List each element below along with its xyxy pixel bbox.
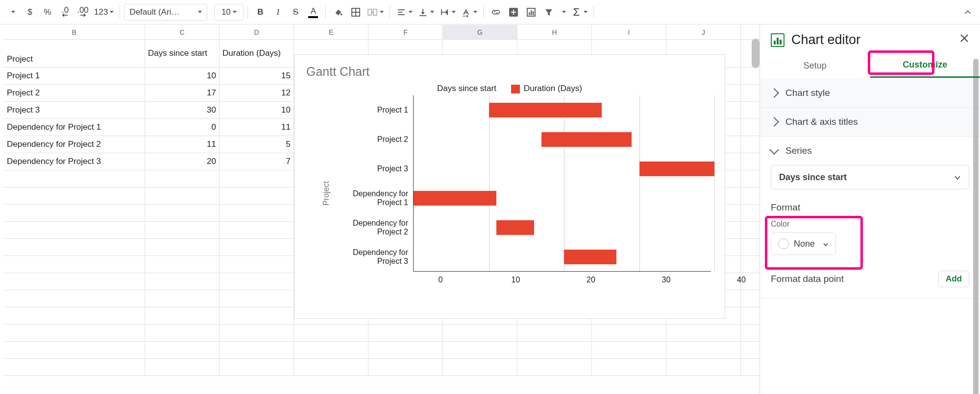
cell[interactable] [368, 342, 443, 358]
cell[interactable]: 5 [220, 136, 294, 153]
vertical-align-button[interactable] [416, 3, 436, 21]
italic-button[interactable]: I [270, 3, 286, 21]
cell[interactable] [443, 324, 517, 341]
percent-button[interactable]: % [39, 3, 56, 21]
cell[interactable] [4, 342, 145, 358]
cell[interactable] [220, 205, 294, 221]
cell[interactable] [368, 324, 443, 341]
horizontal-align-button[interactable] [394, 3, 415, 21]
cell[interactable] [145, 205, 220, 221]
cell[interactable] [294, 342, 368, 358]
cell[interactable] [517, 359, 592, 375]
cell[interactable]: Dependency for Project 2 [4, 136, 145, 153]
font-family-select[interactable]: Default (Ari… [124, 4, 207, 21]
merge-cells-button[interactable] [365, 3, 386, 21]
text-rotation-button[interactable] [459, 3, 479, 21]
chart-bar[interactable] [489, 103, 602, 117]
cell[interactable] [4, 307, 145, 324]
cell[interactable] [4, 222, 145, 238]
chart-bar[interactable] [496, 220, 534, 235]
cell[interactable] [4, 205, 145, 221]
scrollbar-thumb[interactable] [752, 39, 760, 68]
cell[interactable]: 12 [220, 85, 294, 101]
text-wrap-button[interactable] [437, 3, 458, 21]
col-header-f[interactable]: F [368, 25, 443, 39]
chart-bar[interactable] [639, 162, 715, 176]
cell[interactable] [4, 273, 145, 290]
cell[interactable] [145, 239, 220, 255]
cell[interactable]: 11 [145, 136, 220, 153]
cell[interactable] [220, 307, 294, 324]
cell[interactable] [294, 324, 368, 341]
cell[interactable] [4, 170, 145, 187]
tab-setup[interactable]: Setup [760, 53, 870, 78]
embedded-chart[interactable]: Gantt Chart Days since start Duration (D… [294, 54, 725, 319]
add-data-point-button[interactable]: Add [938, 271, 969, 287]
cell[interactable] [517, 324, 592, 341]
cell[interactable] [220, 290, 294, 307]
cell[interactable]: 30 [145, 102, 220, 118]
cell[interactable]: Days since start [145, 40, 220, 67]
cell[interactable] [145, 170, 220, 187]
cell[interactable] [220, 187, 294, 204]
cell[interactable]: Project 1 [4, 68, 145, 84]
insert-comment-button[interactable] [505, 3, 522, 21]
cell[interactable] [666, 342, 741, 358]
toolbar-collapse-button[interactable] [959, 3, 976, 21]
functions-button[interactable]: Σ [569, 3, 589, 21]
cell[interactable] [220, 359, 294, 375]
cell[interactable] [517, 342, 592, 358]
cell[interactable] [145, 324, 220, 341]
cell[interactable]: Project 3 [4, 102, 145, 118]
increase-decimal-button[interactable]: .00 [74, 3, 91, 21]
fill-color-button[interactable] [330, 3, 346, 21]
chart-bar[interactable] [414, 191, 496, 206]
cell[interactable] [145, 273, 220, 290]
cell[interactable] [4, 256, 145, 273]
spreadsheet[interactable]: B C D E F G H I J Project Days since sta… [0, 24, 760, 394]
cell[interactable] [443, 342, 517, 358]
cell[interactable] [592, 359, 666, 375]
cell[interactable]: 11 [220, 119, 294, 136]
cell[interactable]: Duration (Days) [220, 40, 294, 67]
cell[interactable]: 10 [220, 102, 294, 118]
cell[interactable] [4, 324, 145, 341]
more-formats-button[interactable]: 123 [92, 3, 116, 21]
cell[interactable]: 17 [145, 85, 220, 101]
cell[interactable] [4, 359, 145, 375]
cell[interactable]: 20 [145, 153, 220, 170]
toolbar-leading-dropdown[interactable] [4, 3, 21, 21]
col-header-c[interactable]: C [145, 25, 220, 39]
col-header-d[interactable]: D [220, 25, 294, 39]
cell[interactable] [443, 359, 517, 375]
tab-customize[interactable]: Customize [870, 53, 980, 78]
currency-button[interactable]: $ [22, 3, 38, 21]
cell[interactable]: Dependency for Project 3 [4, 153, 145, 170]
cell[interactable] [220, 256, 294, 273]
borders-button[interactable] [347, 3, 364, 21]
section-toggle-series[interactable]: Series [760, 137, 980, 165]
series-color-select[interactable]: None [771, 232, 836, 255]
series-select[interactable]: Days since start [771, 165, 969, 189]
cell[interactable] [145, 359, 220, 375]
col-header-i[interactable]: I [592, 25, 666, 39]
cell[interactable]: Dependency for Project 1 [4, 119, 145, 136]
section-toggle-axis-titles[interactable]: Chart & axis titles [760, 108, 980, 136]
cell[interactable] [220, 324, 294, 341]
cell[interactable] [145, 187, 220, 204]
cell[interactable] [666, 359, 741, 375]
col-header-j[interactable]: J [666, 25, 741, 39]
decrease-decimal-button[interactable]: .0 [57, 3, 74, 21]
chart-bar[interactable] [564, 250, 616, 264]
text-color-button[interactable]: A [305, 3, 321, 21]
font-size-select[interactable]: 10 [214, 4, 244, 21]
cell[interactable]: Project 2 [4, 85, 145, 101]
cell[interactable] [4, 187, 145, 204]
chart-bar[interactable] [541, 132, 632, 147]
cell[interactable] [220, 170, 294, 187]
cell[interactable] [592, 324, 666, 341]
col-header-h[interactable]: H [517, 25, 592, 39]
cell[interactable] [145, 256, 220, 273]
cell[interactable]: 15 [220, 68, 294, 84]
cell[interactable] [294, 359, 368, 375]
